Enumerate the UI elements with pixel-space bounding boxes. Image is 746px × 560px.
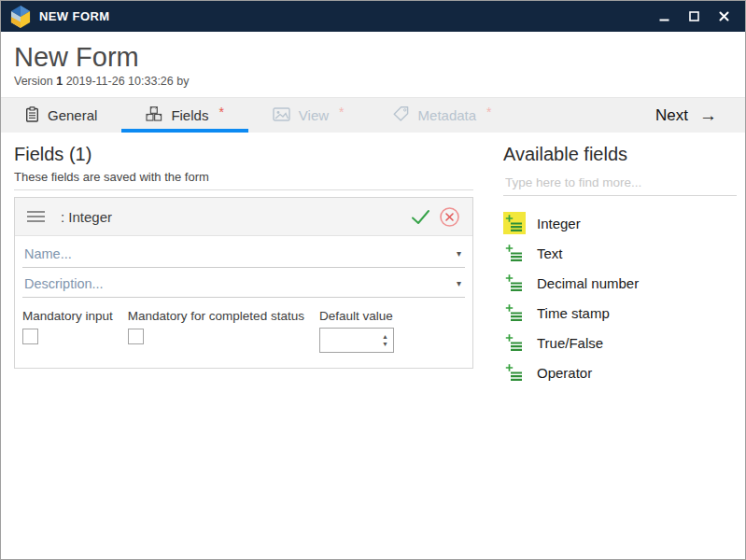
field-card-integer: : Integer xyxy=(14,197,473,369)
remove-field-button[interactable] xyxy=(439,206,460,228)
version-label: Version xyxy=(14,75,53,88)
tab-metadata[interactable]: Metadata * xyxy=(369,98,516,133)
available-field-label: Text xyxy=(537,245,563,261)
add-field-icon xyxy=(503,212,526,234)
titlebar: NEW FORM xyxy=(1,1,745,32)
default-value-group: Default value ▲ ▼ xyxy=(319,309,394,353)
field-card-actions xyxy=(411,206,460,228)
close-button[interactable] xyxy=(711,5,736,29)
available-field-true-false[interactable]: True/False xyxy=(503,328,737,357)
available-fields-panel: Available fields Integer xyxy=(503,144,737,559)
mandatory-input-checkbox[interactable] xyxy=(22,329,38,344)
available-field-integer[interactable]: Integer xyxy=(503,208,737,238)
fields-panel: Fields (1) These fields are saved with t… xyxy=(14,144,473,559)
mandatory-input-label: Mandatory input xyxy=(22,309,113,323)
app-window: NEW FORM New Form Version 1 2019-11-26 1… xyxy=(0,0,746,560)
minimize-button[interactable] xyxy=(652,5,676,29)
version-date: 2019-11-26 10:33:26 by xyxy=(66,75,190,88)
field-card-header: : Integer xyxy=(15,198,472,236)
default-value-input[interactable] xyxy=(320,329,382,352)
version-line: Version 1 2019-11-26 10:33:26 by xyxy=(14,75,732,88)
chevron-down-icon[interactable]: ▾ xyxy=(457,277,461,287)
default-value-label: Default value xyxy=(319,309,394,323)
required-asterisk: * xyxy=(218,105,223,119)
available-field-label: Operator xyxy=(537,365,592,381)
tab-label: Metadata xyxy=(418,107,477,123)
tag-icon xyxy=(393,106,410,124)
available-field-time-stamp[interactable]: Time stamp xyxy=(503,298,737,328)
window-controls xyxy=(652,5,745,29)
page-title: New Form xyxy=(14,42,732,73)
tabbar: General Fields * xyxy=(1,97,745,133)
available-field-operator[interactable]: Operator xyxy=(503,357,737,387)
add-field-icon xyxy=(503,331,526,354)
add-field-icon xyxy=(503,301,526,324)
available-fields-search xyxy=(503,173,737,196)
tab-label: General xyxy=(48,107,97,123)
available-field-label: Time stamp xyxy=(537,305,610,321)
image-icon xyxy=(273,107,290,124)
tab-label: Fields xyxy=(171,107,208,123)
spinner-up-icon[interactable]: ▲ xyxy=(382,333,388,341)
required-asterisk: * xyxy=(339,105,344,119)
tab-label: View xyxy=(299,107,329,123)
main-content: Fields (1) These fields are saved with t… xyxy=(1,133,745,559)
chevron-down-icon[interactable]: ▾ xyxy=(457,247,461,258)
mandatory-completed-checkbox[interactable] xyxy=(128,329,144,344)
available-fields-title: Available fields xyxy=(503,144,737,165)
page-header: New Form Version 1 2019-11-26 10:33:26 b… xyxy=(1,32,745,88)
required-asterisk: * xyxy=(486,105,491,119)
clipboard-icon xyxy=(25,106,39,125)
mandatory-completed-group: Mandatory for completed status xyxy=(128,309,304,344)
window-title: NEW FORM xyxy=(39,9,109,23)
arrow-right-icon: → xyxy=(699,106,717,124)
add-field-icon xyxy=(503,242,526,264)
add-field-icon xyxy=(503,361,526,384)
drag-handle-icon[interactable] xyxy=(27,210,45,223)
default-value-spinner: ▲ ▼ xyxy=(319,328,394,353)
field-options-row: Mandatory input Mandatory for completed … xyxy=(22,309,465,353)
spinner-down-icon[interactable]: ▼ xyxy=(382,341,388,348)
available-field-text[interactable]: Text xyxy=(503,238,737,268)
next-label: Next xyxy=(655,106,688,125)
next-button[interactable]: Next → xyxy=(640,98,745,133)
field-name-row: ▾ xyxy=(22,238,465,268)
field-description-row: ▾ xyxy=(22,268,465,298)
available-field-label: True/False xyxy=(537,335,603,351)
add-field-icon xyxy=(503,272,526,294)
cubes-icon xyxy=(146,106,162,124)
field-card-title: : Integer xyxy=(61,209,112,225)
version-number: 1 xyxy=(56,75,63,88)
confirm-field-button[interactable] xyxy=(411,209,430,225)
fields-panel-subtitle: These fields are saved with the form xyxy=(14,170,473,190)
tab-general[interactable]: General xyxy=(1,98,121,133)
mandatory-completed-label: Mandatory for completed status xyxy=(128,309,304,323)
app-logo-icon xyxy=(10,6,31,28)
tab-view[interactable]: View * xyxy=(248,98,369,133)
available-fields-list: Integer Text xyxy=(503,208,737,387)
mandatory-input-group: Mandatory input xyxy=(22,309,113,344)
tab-fields[interactable]: Fields * xyxy=(121,98,247,133)
search-input[interactable] xyxy=(503,173,737,195)
spinner-arrows: ▲ ▼ xyxy=(382,329,393,352)
fields-panel-title: Fields (1) xyxy=(14,144,473,165)
field-description-input[interactable] xyxy=(22,268,465,297)
available-field-label: Integer xyxy=(537,216,581,231)
available-field-decimal-number[interactable]: Decimal number xyxy=(503,268,737,298)
field-card-body: ▾ ▾ Mandatory input Mandatory for comple… xyxy=(15,236,472,368)
field-name-input[interactable] xyxy=(22,238,465,267)
available-field-label: Decimal number xyxy=(537,275,639,291)
maximize-button[interactable] xyxy=(682,5,706,29)
